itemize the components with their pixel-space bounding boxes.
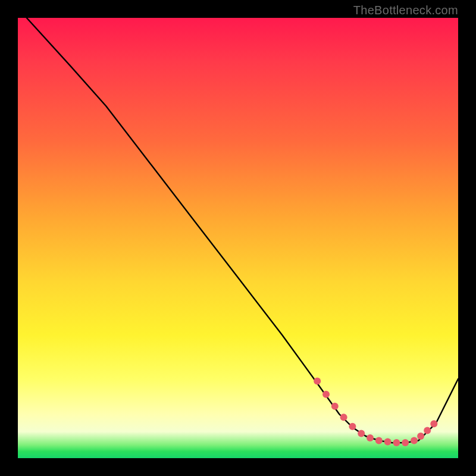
highlight-dot [331, 403, 339, 410]
plot-svg [18, 18, 458, 458]
highlight-dot [322, 391, 330, 398]
highlight-dot [314, 378, 321, 385]
highlight-dot [417, 433, 424, 440]
highlight-dot [340, 414, 347, 421]
highlight-dot [424, 427, 431, 434]
watermark-text: TheBottleneck.com [353, 4, 458, 17]
plot-area [18, 18, 458, 458]
highlight-dot [367, 434, 374, 441]
chart-frame: TheBottleneck.com [0, 0, 476, 476]
highlight-dot [393, 439, 400, 446]
highlight-dot [411, 437, 418, 444]
highlight-dot [402, 439, 409, 446]
bottleneck-curve [27, 18, 458, 443]
highlight-dot [375, 437, 383, 444]
highlight-dot [358, 430, 365, 437]
highlight-dot [349, 423, 356, 430]
highlight-markers [314, 378, 437, 447]
highlight-dot [430, 420, 437, 427]
highlight-dot [384, 439, 392, 446]
